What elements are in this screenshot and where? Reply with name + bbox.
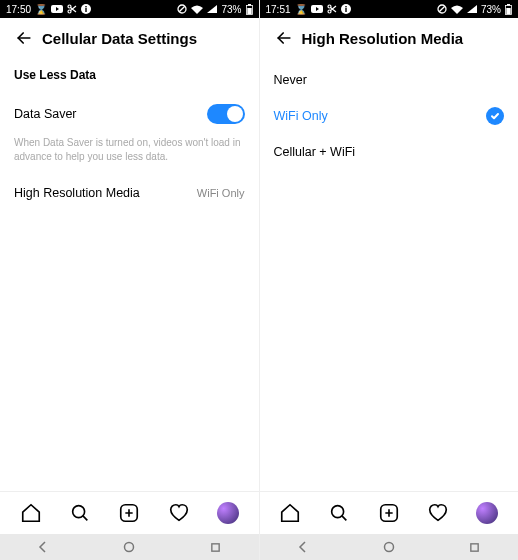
option-label: Never [274, 73, 307, 87]
youtube-icon [311, 5, 323, 13]
chevron-left-icon [297, 541, 309, 553]
svg-point-14 [125, 543, 134, 552]
svg-rect-11 [247, 8, 251, 14]
high-res-label: High Resolution Media [14, 186, 140, 200]
selected-check [486, 107, 504, 125]
wifi-icon [191, 5, 203, 14]
arrow-left-icon [14, 28, 34, 48]
svg-point-12 [73, 506, 85, 518]
hourglass-icon: ⌛ [35, 4, 47, 15]
back-button[interactable] [10, 24, 38, 52]
dnd-icon [437, 4, 447, 14]
dnd-icon [177, 4, 187, 14]
option-label: Cellular + WiFi [274, 145, 356, 159]
high-res-row[interactable]: High Resolution Media WiFi Only [14, 175, 245, 211]
svg-rect-22 [345, 6, 346, 7]
svg-rect-6 [85, 6, 86, 7]
signal-icon [207, 5, 217, 13]
svg-rect-15 [212, 543, 219, 550]
phone-left: 17:50 ⌛ 73% Cellular Data Settings Use L… [0, 0, 260, 560]
tab-search[interactable] [324, 498, 354, 528]
square-icon [210, 542, 221, 553]
info-icon [341, 4, 351, 14]
tab-create[interactable] [374, 498, 404, 528]
svg-marker-8 [207, 5, 217, 13]
high-res-value: WiFi Only [197, 187, 245, 199]
home-icon [279, 502, 301, 524]
content-left: Use Less Data Data Saver When Data Saver… [0, 58, 259, 491]
avatar [476, 502, 498, 524]
circle-icon [383, 541, 395, 553]
status-time: 17:50 [6, 4, 31, 15]
hourglass-icon: ⌛ [295, 4, 307, 15]
toggle-knob [227, 106, 243, 122]
content-right: Never WiFi Only Cellular + WiFi [260, 58, 519, 491]
tab-home[interactable] [275, 498, 305, 528]
android-nav-bar [260, 534, 519, 560]
heart-icon [427, 502, 449, 524]
signal-icon [467, 5, 477, 13]
nav-home[interactable] [109, 537, 149, 557]
home-icon [20, 502, 42, 524]
header-bar: Cellular Data Settings [0, 18, 259, 58]
data-saver-help: When Data Saver is turned on, videos won… [14, 136, 245, 163]
tab-home[interactable] [16, 498, 46, 528]
nav-recent[interactable] [455, 537, 495, 557]
nav-back[interactable] [23, 537, 63, 557]
tab-create[interactable] [114, 498, 144, 528]
bottom-tabs [260, 491, 519, 534]
page-title: High Resolution Media [302, 30, 464, 47]
status-left: 17:50 ⌛ [6, 4, 91, 15]
svg-rect-27 [506, 8, 510, 14]
tab-profile[interactable] [472, 498, 502, 528]
search-icon [69, 502, 91, 524]
battery-icon [246, 4, 253, 15]
data-saver-row[interactable]: Data Saver [14, 96, 245, 132]
status-bar: 17:50 ⌛ 73% [0, 0, 259, 18]
status-right: 73% [177, 4, 252, 15]
battery-pct: 73% [481, 4, 501, 15]
info-icon [81, 4, 91, 14]
wifi-icon [451, 5, 463, 14]
option-never[interactable]: Never [274, 62, 505, 98]
option-wifi-only[interactable]: WiFi Only [274, 98, 505, 134]
check-icon [490, 111, 500, 121]
tab-activity[interactable] [423, 498, 453, 528]
status-time: 17:51 [266, 4, 291, 15]
nav-home[interactable] [369, 537, 409, 557]
bottom-tabs [0, 491, 259, 534]
data-saver-label: Data Saver [14, 107, 77, 121]
battery-icon [505, 4, 512, 15]
svg-point-30 [384, 543, 393, 552]
arrow-left-icon [274, 28, 294, 48]
scissors-icon [67, 4, 77, 14]
nav-recent[interactable] [195, 537, 235, 557]
heart-icon [168, 502, 190, 524]
square-icon [469, 542, 480, 553]
data-saver-toggle[interactable] [207, 104, 245, 124]
tab-profile[interactable] [213, 498, 243, 528]
back-button[interactable] [270, 24, 298, 52]
status-right: 73% [437, 4, 512, 15]
plus-square-icon [378, 502, 400, 524]
status-bar: 17:51 ⌛ 73% [260, 0, 519, 18]
battery-pct: 73% [221, 4, 241, 15]
svg-rect-21 [345, 8, 346, 12]
search-icon [328, 502, 350, 524]
section-title: Use Less Data [14, 68, 245, 82]
option-label: WiFi Only [274, 109, 328, 123]
svg-point-28 [332, 506, 344, 518]
chevron-left-icon [37, 541, 49, 553]
option-cellular-wifi[interactable]: Cellular + WiFi [274, 134, 505, 170]
plus-square-icon [118, 502, 140, 524]
youtube-icon [51, 5, 63, 13]
tab-search[interactable] [65, 498, 95, 528]
tab-activity[interactable] [164, 498, 194, 528]
svg-rect-5 [85, 8, 86, 12]
scissors-icon [327, 4, 337, 14]
phone-right: 17:51 ⌛ 73% High Resolution Media Never … [260, 0, 519, 560]
status-left: 17:51 ⌛ [266, 4, 351, 15]
nav-back[interactable] [283, 537, 323, 557]
avatar [217, 502, 239, 524]
circle-icon [123, 541, 135, 553]
